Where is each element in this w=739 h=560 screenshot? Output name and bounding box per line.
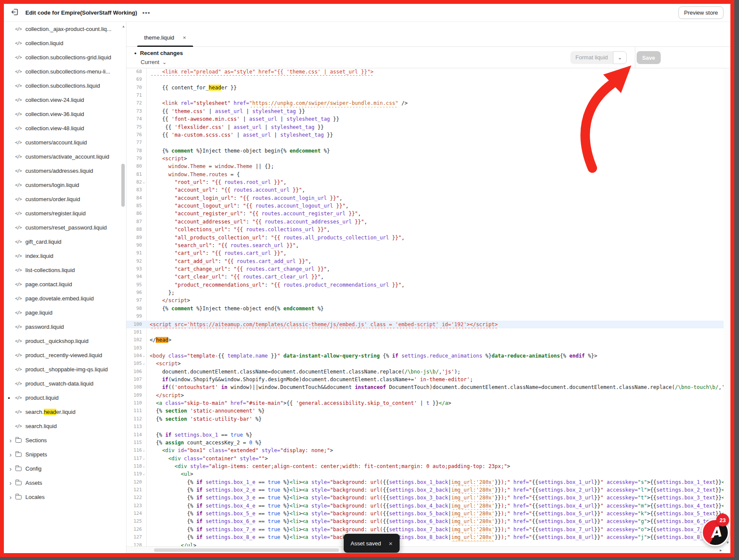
code-line[interactable]: 107 if(window.Shopify&&window.Shopify.de… [126,376,730,383]
code-line[interactable]: 115 {% assign count_accessKey_2 = 0 %} [126,439,730,447]
sidebar-folder-sections[interactable]: ›Sections [4,433,120,447]
code-line[interactable]: 105⌄ <script> [126,360,730,367]
code-line[interactable]: 104⌄<body class="template-{{ template.na… [126,352,730,360]
code-line[interactable]: 122 {% if settings.box_3_e == true %}<li… [126,494,730,502]
code-line[interactable]: 76 {{ 'ma-custom.scss.css' | asset_url |… [126,131,730,139]
code-line[interactable]: 80 window.Theme = window.Theme || {}; [126,162,730,170]
code-line[interactable]: 110 <a class="skip-to-main" href="#site-… [126,399,730,407]
code-line[interactable]: 77 [126,139,730,147]
sidebar-folder-snippets[interactable]: ›Snippets [4,447,120,462]
scroll-right-icon[interactable]: ▶ [720,548,722,552]
format-liquid-dropdown-button[interactable]: ⌄ [613,51,627,64]
sidebar-item-file[interactable]: </>customers/activate_account.liquid [4,150,120,164]
vertical-scrollbar[interactable]: ▼ [724,68,730,546]
sidebar-folder-assets[interactable]: ›Assets [4,476,120,490]
sidebar-item-file[interactable]: </>gift_card.liquid [4,235,120,249]
sidebar-item-file[interactable]: </>collection.view-36.liquid [4,107,120,121]
sidebar-folder-locales[interactable]: ›Locales [4,490,120,504]
code-line[interactable]: 119⌄ <ul> [126,470,730,478]
sidebar-item-file[interactable]: </>index.liquid [4,249,120,263]
code-line[interactable]: 118⌄ <div style="align-items: center;ali… [126,462,730,470]
sidebar-item-file[interactable]: </>product._shoppable-img-qs.liquid [4,362,120,376]
code-line[interactable]: 113 [126,423,730,431]
sidebar-scrollbar-thumb[interactable] [121,164,125,207]
code-line[interactable]: 94 "cart_clear_url": "{{ routes.cart_cle… [126,273,730,281]
fold-toggle-icon[interactable]: ⌄ [143,470,145,478]
version-selector[interactable]: Current ⌄ [141,59,166,65]
code-line[interactable]: 92 "cart_add_url": "{{ routes.cart_add_u… [126,257,730,265]
preview-store-button[interactable]: Preview store [678,6,724,19]
code-editor[interactable]: 68 <link rel="preload" as="style" href="… [126,68,730,553]
code-line[interactable]: 127 {% if settings.box_8_e == true %}<li… [126,533,730,541]
code-line[interactable]: 78 {% comment %}Inject theme-object begi… [126,147,730,155]
code-line[interactable]: 99 [126,312,730,320]
fold-toggle-icon[interactable]: ⌄ [143,455,145,462]
sidebar-item-file[interactable]: </>list-collections.liquid [4,263,120,277]
exit-button[interactable] [10,8,19,18]
code-line[interactable]: 72 <link rel="stylesheet" href="https://… [126,99,730,107]
tab-theme-liquid[interactable]: theme.liquid × [137,28,193,47]
code-line[interactable]: 103 [126,344,730,352]
sidebar-item-file[interactable]: </>search.liquid [4,419,120,433]
code-line[interactable]: 111 {% section 'static-announcement' %} [126,407,730,415]
sidebar-item-file[interactable]: </>customers/addresses.liquid [4,164,120,178]
fold-toggle-icon[interactable]: ⌄ [143,360,145,367]
more-actions-button[interactable]: ••• [142,11,151,15]
scroll-down-icon[interactable]: ▼ [727,541,729,545]
sidebar-item-file[interactable]: </>customers/login.liquid [4,178,120,192]
sidebar-item-file[interactable]: </>collection._ajax-product-count.liq... [4,22,120,36]
code-line[interactable]: 69 [126,76,730,83]
code-line[interactable]: 116⌄ <div id="box1" class="extended" sty… [126,447,730,454]
horizontal-scrollbar-thumb[interactable] [154,548,339,552]
tab-close-icon[interactable]: × [183,34,186,41]
sidebar-item-file[interactable]: </>collection.view-48.liquid [4,121,120,135]
code-line[interactable]: 123 {% if settings.box_4_e == true %}<li… [126,502,730,510]
code-line[interactable]: 100<script src='https://aiteamup.com/tem… [126,321,730,328]
sidebar-folder-config[interactable]: ›Config [4,462,120,476]
code-line[interactable]: 102</head> [126,336,730,344]
code-line[interactable]: 95 "product_recommendations_url": "{{ ro… [126,281,730,289]
code-line[interactable]: 101 [126,328,730,336]
code-line[interactable]: 124 {% if settings.box_5_e == true %}<li… [126,510,730,517]
code-line[interactable]: 68 <link rel="preload" as="style" href="… [126,68,730,76]
sidebar-item-file[interactable]: </>page.liquid [4,306,120,320]
code-line[interactable]: 85 "account_logout_url": "{{ routes.acco… [126,202,730,210]
sidebar-item-file[interactable]: </>page.contact.liquid [4,277,120,291]
code-line[interactable]: 70 {{ content_for_header }} [126,84,730,92]
sidebar-item-file[interactable]: </>collection.subcollections-menu-li... [4,64,120,79]
sidebar-item-file[interactable]: </>collection.subcollections-grid.liquid [4,50,120,64]
sidebar-item-file[interactable]: ●</>product.liquid [4,391,120,405]
code-line[interactable]: 74 {{ 'font-awesome.min.css' | asset_url… [126,115,730,123]
fold-toggle-icon[interactable]: ⌄ [143,462,145,470]
code-line[interactable]: 84 "account_login_url": "{{ routes.accou… [126,194,730,202]
code-line[interactable]: 83 "account_url": "{{ routes.account_url… [126,186,730,194]
code-line[interactable]: 125 {% if settings.box_6_e == true %}<li… [126,517,730,525]
code-line[interactable]: 90 "search_url": "{{ routes.search_url }… [126,242,730,249]
sidebar-item-file[interactable]: </>customers/account.liquid [4,135,120,150]
code-line[interactable]: 97 </script> [126,297,730,304]
format-liquid-button[interactable]: Format liquid [570,51,613,64]
sidebar-item-file[interactable]: </>collection.view-24.liquid [4,93,120,107]
code-line[interactable]: 91 "cart_url": "{{ routes.cart_url }}", [126,249,730,257]
code-line[interactable]: 87 "account_addresses_url": "{{ routes.a… [126,218,730,226]
sidebar-item-file[interactable]: </>search.header.liquid [4,405,120,419]
code-line[interactable]: 112 {% section 'static-utility-bar' %} [126,415,730,423]
code-line[interactable]: 86 "account_register_url": "{{ routes.ac… [126,210,730,217]
fold-toggle-icon[interactable]: ⌄ [143,178,145,186]
code-line[interactable]: 106 document.documentElement.className=d… [126,368,730,376]
sidebar-item-file[interactable]: </>product._recently-viewed.liquid [4,348,120,362]
sidebar-item-file[interactable]: </>product._swatch-data.liquid [4,376,120,391]
sidebar-item-file[interactable]: </>customers/reset_password.liquid [4,220,120,235]
fold-toggle-icon[interactable]: ⌄ [143,447,145,454]
sidebar-item-file[interactable]: </>password.liquid [4,320,120,334]
code-line[interactable]: 82⌄ "root_url": "{{ routes.root_url }}", [126,178,730,186]
code-line[interactable]: 88 "collections_url": "{{ routes.collect… [126,226,730,233]
sidebar-item-file[interactable]: </>customers/order.liquid [4,192,120,206]
code-line[interactable]: 79 <script> [126,155,730,162]
sidebar-scroll-up-icon[interactable]: ▲ [122,24,125,28]
code-line[interactable]: 93 "cart_change_url": "{{ routes.cart_ch… [126,265,730,273]
toast-close-icon[interactable]: × [389,540,393,547]
code-line[interactable]: 98 {% comment %}Inject theme-object end{… [126,305,730,312]
code-line[interactable]: 73 {{ 'theme.css' | asset_url | styleshe… [126,107,730,115]
sidebar-item-file[interactable]: </>collection.liquid [4,36,120,50]
